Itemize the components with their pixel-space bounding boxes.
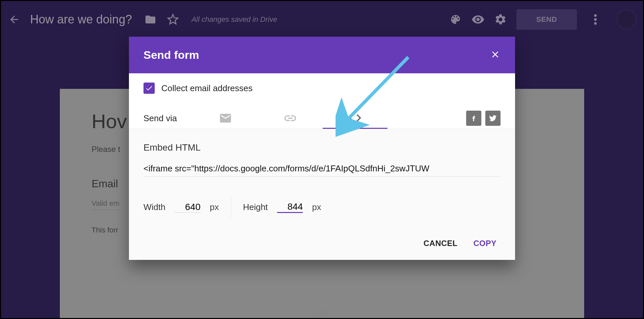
dialog-actions: CANCEL COPY [129, 227, 515, 260]
cancel-button[interactable]: CANCEL [423, 239, 458, 248]
dialog-body: Embed HTML Width px Height px [129, 129, 515, 227]
dimension-divider [231, 196, 231, 218]
width-input[interactable] [175, 202, 200, 213]
share-icons [466, 111, 501, 126]
dimensions-row: Width px Height px [143, 196, 501, 218]
width-label: Width [143, 202, 165, 212]
tab-email[interactable] [193, 108, 258, 129]
twitter-icon[interactable] [485, 111, 501, 126]
copy-button[interactable]: COPY [473, 239, 497, 248]
width-unit: px [210, 202, 219, 212]
collect-emails-row: Collect email addresses [129, 73, 515, 100]
embed-code-input[interactable] [143, 161, 501, 177]
height-input[interactable] [277, 201, 303, 213]
height-unit: px [312, 202, 321, 212]
send-via-tabs [193, 108, 387, 129]
viewport: How are we doing? All changes saved in D… [1, 1, 643, 318]
collect-emails-label: Collect email addresses [161, 83, 253, 93]
send-form-dialog: Send form Collect email addresses Send v… [129, 37, 515, 260]
collect-emails-checkbox[interactable] [143, 83, 155, 94]
close-icon[interactable] [490, 49, 501, 61]
tab-link[interactable] [258, 108, 323, 129]
embed-section-title: Embed HTML [143, 142, 501, 153]
dialog-title: Send form [143, 49, 199, 61]
facebook-icon[interactable] [466, 111, 481, 126]
tab-embed[interactable] [323, 108, 387, 129]
dialog-header: Send form [129, 37, 515, 73]
send-via-label: Send via [143, 113, 193, 124]
drag-handle-icon: :::: [317, 309, 327, 316]
height-label: Height [243, 202, 268, 212]
send-via-row: Send via [129, 100, 515, 129]
